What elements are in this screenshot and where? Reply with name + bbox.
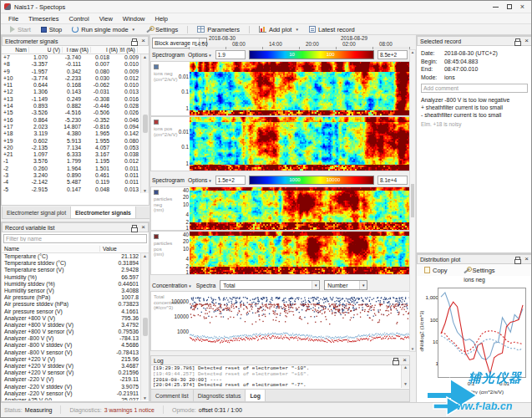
concentration-plot[interactable]: Total concentration(#/cm^3) 100000 10000…: [150, 291, 410, 351]
stop-button[interactable]: Stop: [37, 25, 66, 34]
copy-button[interactable]: Copy: [420, 266, 452, 275]
list-item[interactable]: Analyzer +220 V (V)215.96: [2, 356, 149, 363]
list-item[interactable]: Analyzer +800 V (V)795.36: [2, 315, 149, 322]
table-row[interactable]: -4-2.1425.4870.1190.011: [2, 179, 149, 186]
particles-pos-spectrogram-canvas[interactable]: [190, 232, 410, 274]
start-button[interactable]: Start: [6, 25, 35, 34]
scroll-down-icon[interactable]: ▼: [404, 382, 407, 388]
scrollbar[interactable]: ▲ ▼: [140, 253, 149, 400]
particles-neg-spectrogram-canvas[interactable]: [190, 187, 410, 230]
record-variable-column-headers[interactable]: Name Value: [2, 245, 149, 253]
list-item[interactable]: Analyzer -800 V (V)-784.13: [2, 335, 149, 342]
jet-colorbar[interactable]: 10 100: [249, 50, 374, 59]
scroll-thumb[interactable]: [143, 318, 148, 336]
table-row[interactable]: +8-3.357-0.1110.0070.010: [2, 61, 149, 68]
menu-item[interactable]: Timeseries: [23, 15, 63, 23]
concentration-canvas[interactable]: [190, 292, 410, 350]
run-single-mode-button[interactable]: Run single mode▼: [68, 25, 139, 34]
table-row[interactable]: -13.5761.7991.1950.012: [2, 158, 149, 165]
list-item[interactable]: Temperature sensor (V)2.9428: [2, 267, 149, 273]
minimize-icon[interactable]: [493, 7, 499, 8]
electrometer-column-headers[interactable]: NamU (V)I raw (fA)I (fA)f/I (fA): [2, 46, 149, 54]
options-button[interactable]: Options▼: [188, 177, 212, 183]
particles-pos-legend-icon[interactable]: [154, 234, 159, 239]
scroll-down-icon[interactable]: ▼: [411, 347, 414, 351]
scroll-down-icon[interactable]: ▼: [143, 188, 147, 193]
list-item[interactable]: Analyzer -800 V stddev (V)4.5686: [2, 342, 149, 349]
settings-button[interactable]: Settings: [141, 25, 182, 34]
scrollbar[interactable]: ▲ ▼: [409, 49, 416, 352]
parameters-button[interactable]: Parameters: [193, 25, 244, 34]
diagnostics-badge[interactable]: 3 warnings 1 notice: [104, 407, 155, 413]
table-row[interactable]: +9-1.9570.3420.0800.009: [2, 69, 149, 75]
list-item[interactable]: Analyzer +800 V stddev (V)3.4792: [2, 322, 149, 329]
table-row[interactable]: +160.864-5.230-0.3520.046: [2, 117, 149, 124]
scroll-up-icon[interactable]: ▲: [143, 253, 147, 258]
tab-comment-list[interactable]: Comment list: [151, 390, 194, 401]
scale-min-input[interactable]: 1.9: [215, 50, 246, 59]
list-item[interactable]: Air pressure sensor (V)4.1661: [2, 308, 149, 315]
section-title[interactable]: Concentration▼: [152, 283, 192, 288]
total-combo[interactable]: Total▼: [220, 280, 320, 290]
add-comment-input[interactable]: [421, 84, 528, 93]
float-icon[interactable]: [515, 38, 520, 43]
tab-diagnostic-status[interactable]: Diagnostic status: [194, 390, 246, 401]
scale-min-input[interactable]: 1.5e+2: [215, 176, 246, 185]
list-item[interactable]: Humidity (%)66.597: [2, 274, 149, 281]
scale-max-input[interactable]: 8.5e+2: [377, 50, 408, 59]
table-row[interactable]: +211.0976.3333.1670.038: [2, 151, 149, 158]
float-icon[interactable]: [132, 225, 137, 230]
tab-electrometer-signal-plot[interactable]: Electrometer signal plot: [3, 206, 71, 218]
plot-frame[interactable]: [438, 288, 526, 378]
list-item[interactable]: Temperature stddev (°C)0.31894: [2, 260, 149, 267]
menu-item[interactable]: View: [94, 15, 118, 23]
column-header[interactable]: Nam: [2, 47, 29, 53]
float-icon[interactable]: [393, 358, 398, 363]
table-row[interactable]: +20-2.1357.1344.0570.053: [2, 145, 149, 151]
scrollbar[interactable]: ▲ ▼: [401, 365, 409, 388]
table-row[interactable]: -20.2601.9641.5010.011: [2, 166, 149, 172]
menu-item[interactable]: Help: [150, 15, 173, 23]
tab-log[interactable]: Log: [246, 390, 265, 401]
column-header[interactable]: f/I (fA): [120, 47, 138, 53]
scrollbar[interactable]: ▲ ▼: [140, 54, 149, 193]
list-item[interactable]: Analyzer -220 V sensor (V)-0.21911: [2, 390, 149, 397]
list-item[interactable]: Humidity sensor (V)3.4088: [2, 288, 149, 294]
table-row[interactable]: +190.6025.9131.9550.080: [2, 138, 149, 145]
scroll-up-icon[interactable]: ▲: [404, 365, 407, 371]
table-row[interactable]: -33.2400.8900.4610.011: [2, 172, 149, 179]
scale-max-input[interactable]: 8.1e+4: [377, 176, 408, 185]
table-row[interactable]: -5-2.9150.1470.0480.013: [2, 186, 149, 193]
table-row[interactable]: +140.8930.882-0.4460.028: [2, 103, 149, 110]
maximize-icon[interactable]: [507, 4, 512, 9]
record-variable-table[interactable]: Temperature (°C)21.132 Temperature stdde…: [2, 253, 149, 400]
list-item[interactable]: Analyzer -800 V sensor (V)-0.78413: [2, 349, 149, 356]
ions-neg-legend-icon[interactable]: [154, 64, 159, 69]
column-header[interactable]: I raw (fA): [63, 47, 91, 53]
scroll-up-icon[interactable]: ▲: [143, 54, 147, 59]
column-header[interactable]: Value: [100, 246, 139, 252]
number-combo[interactable]: Number▼: [324, 280, 367, 290]
latest-record-button[interactable]: Latest record: [305, 25, 359, 34]
list-item[interactable]: Analyzer +800 V sensor (V)0.79536: [2, 329, 149, 335]
settings-button[interactable]: Settings: [459, 266, 499, 275]
menu-item[interactable]: Control: [64, 15, 94, 23]
close-icon[interactable]: ×: [141, 38, 145, 43]
ions-pos-spectrogram[interactable]: ions pos(cm^2/s/V) 0.01 0.1 1: [150, 116, 410, 171]
jet-colorbar[interactable]: 1000 10000: [249, 176, 374, 185]
particles-neg-spectrogram[interactable]: particles neg(nm) 40 20 10 4 2 1: [150, 186, 410, 231]
table-row[interactable]: +10-3.774-2.2330.0300.012: [2, 75, 149, 82]
distribution-plot[interactable]: dN/dlogZ (1/cm^3) 1,000 100 10 1 0.1 0.0…: [417, 283, 532, 408]
column-header[interactable]: Name: [2, 246, 100, 252]
list-item[interactable]: Temperature (°C)21.132: [2, 253, 149, 260]
table-row[interactable]: +110.6440.168-0.0620.010: [2, 82, 149, 89]
filter-input[interactable]: [3, 234, 147, 243]
scroll-up-icon[interactable]: ▲: [411, 50, 414, 54]
close-icon[interactable]: ×: [520, 4, 524, 10]
close-icon[interactable]: ×: [403, 358, 407, 363]
tab-electrometer-signals[interactable]: Electrometer signals: [71, 206, 136, 218]
table-row[interactable]: +71.070-3.7400.0180.009: [2, 54, 149, 61]
table-row[interactable]: +172.02314.807-0.8160.094: [2, 124, 149, 130]
column-header[interactable]: I (fA): [91, 47, 120, 53]
list-item[interactable]: Analyzer -220 V (V)-219.11: [2, 376, 149, 383]
